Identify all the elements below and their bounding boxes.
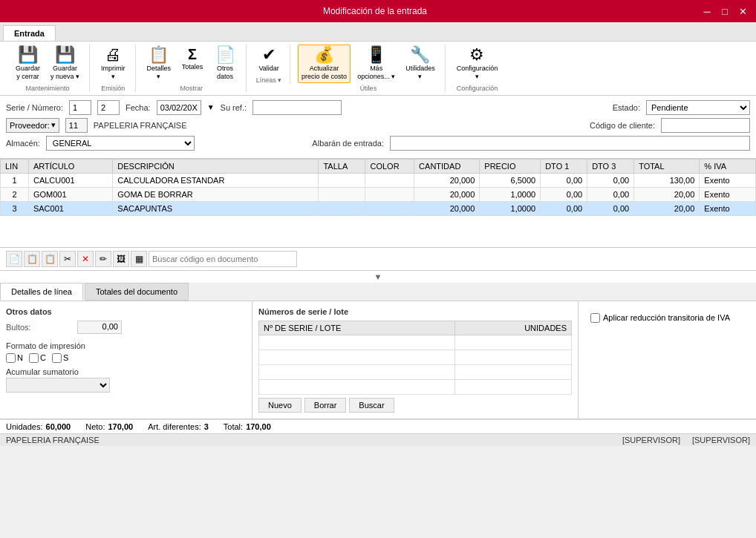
restore-button[interactable]: □ — [717, 4, 732, 19]
serie-input[interactable] — [69, 100, 91, 115]
actualizar-precio-icon: 💰 — [314, 47, 334, 63]
proveedor-label: Proveedor: — [10, 121, 50, 130]
bultos-value[interactable]: 0,00 — [77, 321, 122, 334]
albaran-input[interactable] — [390, 136, 750, 151]
col-lin: LIN — [1, 159, 29, 173]
check-c-label[interactable]: C — [29, 353, 46, 363]
cell-dto1: 0,00 — [541, 173, 587, 187]
table-row[interactable]: 1 CALCU001 CALCULADORA ESTANDAR 20,000 6… — [1, 173, 756, 187]
numero-input[interactable] — [97, 100, 120, 115]
paste-row-button[interactable]: 📋 — [42, 251, 58, 267]
ribbon-validar[interactable]: ✔ Validar — [254, 45, 284, 75]
ribbon-detalles[interactable]: 📋 Detalles▾ — [143, 45, 175, 83]
summary-bar: Unidades: 60,000 Neto: 170,00 Art. difer… — [0, 419, 756, 433]
cell-lin: 3 — [1, 201, 29, 215]
unidades-item: Unidades: 60,000 — [6, 422, 71, 431]
check-c[interactable] — [29, 353, 39, 363]
neto-label: Neto: — [85, 422, 105, 431]
save-close-icon: 💾 — [18, 47, 38, 63]
check-s-label[interactable]: S — [52, 353, 68, 363]
close-button[interactable]: ✕ — [735, 4, 750, 19]
buscar-button[interactable]: Buscar — [349, 398, 394, 413]
cut-row-button[interactable]: ✂ — [59, 251, 76, 267]
tab-detalles-linea[interactable]: Detalles de línea — [0, 283, 83, 301]
add-row-button[interactable]: 📄 — [6, 251, 22, 267]
check-s[interactable] — [52, 353, 62, 363]
window-controls: ─ □ ✕ — [700, 4, 750, 19]
minimize-button[interactable]: ─ — [700, 4, 714, 19]
su-ref-input[interactable] — [252, 100, 342, 115]
art-diferentes-value: 3 — [204, 422, 209, 431]
col-cantidad: CANTIDAD — [414, 159, 480, 173]
check-n[interactable] — [6, 353, 16, 363]
tab-entrada[interactable]: Entrada — [3, 25, 56, 41]
search-input[interactable] — [149, 251, 297, 267]
table-container: LIN ARTÍCULO DESCRIPCIÓN TALLA COLOR CAN… — [0, 159, 756, 248]
image-button[interactable]: 🖼 — [113, 251, 129, 267]
title-bar: Modificación de la entrada ─ □ ✕ — [0, 0, 756, 22]
status-right: [SUPERVISOR] [SUPERVISOR] — [502, 436, 750, 444]
ribbon-mas-opciones[interactable]: 📱 Másopciones... ▾ — [353, 45, 399, 83]
otros-datos-icon: 📄 — [215, 47, 235, 63]
fecha-label: Fecha: — [126, 103, 151, 112]
acumular-sumatorio-select[interactable] — [6, 378, 110, 393]
cell-color — [365, 173, 414, 187]
ribbon-totales[interactable]: Σ Totales — [177, 45, 207, 73]
art-diferentes-item: Art. diferentes: 3 — [148, 422, 209, 431]
lines-table: LIN ARTÍCULO DESCRIPCIÓN TALLA COLOR CAN… — [0, 159, 756, 216]
ribbon-save-close[interactable]: 💾 Guardary cerrar — [12, 45, 44, 83]
serial-col1: Nº DE SERIE / LOTE — [259, 321, 455, 335]
panel-iva: Aplicar reducción transitoria de IVA — [578, 301, 756, 419]
copy-row-button[interactable]: 📋 — [24, 251, 40, 267]
ribbon-group-mantenimiento-label: Mantenimiento — [26, 85, 70, 92]
iva-checkbox[interactable] — [590, 313, 600, 323]
ribbon-otros-datos[interactable]: 📄 Otrosdatos — [210, 45, 240, 83]
edit-button[interactable]: ✏ — [95, 251, 111, 267]
cell-lin: 2 — [1, 187, 29, 201]
utilidades-icon: 🔧 — [410, 47, 430, 63]
ribbon-configuracion[interactable]: ⚙ Configuración▾ — [453, 45, 502, 83]
almacen-select[interactable]: GENERAL — [46, 136, 195, 151]
art-diferentes-label: Art. diferentes: — [148, 422, 201, 431]
proveedor-button[interactable]: Proveedor: ▾ — [6, 118, 59, 133]
ribbon-actualizar-precio[interactable]: 💰 Actualizarprecio de costo — [298, 45, 351, 83]
col-color: COLOR — [365, 159, 414, 173]
estado-select[interactable]: Pendiente — [646, 100, 750, 115]
nuevo-button[interactable]: Nuevo — [258, 398, 302, 413]
ribbon-utilidades[interactable]: 🔧 Utilidades▾ — [402, 45, 439, 83]
tab-totales-documento[interactable]: Totales del documento — [85, 283, 189, 301]
col-descripcion: DESCRIPCIÓN — [113, 159, 319, 173]
table-row[interactable]: 2 GOM001 GOMA DE BORRAR 20,000 1,0000 0,… — [1, 187, 756, 201]
fecha-calendar-icon[interactable]: ▼ — [207, 103, 215, 111]
serial-row-empty3 — [259, 364, 572, 379]
col-dto1: DTO 1 — [541, 159, 587, 173]
col-total: TOTAL — [634, 159, 700, 173]
cell-iva: Exento — [700, 173, 756, 187]
borrar-button[interactable]: Borrar — [304, 398, 347, 413]
cell-dto1: 0,00 — [541, 201, 587, 215]
ribbon-group-mostrar-label: Mostrar — [180, 85, 203, 92]
cell-descripcion: GOMA DE BORRAR — [113, 187, 319, 201]
cell-dto3: 0,00 — [587, 201, 634, 215]
cell-color — [365, 201, 414, 215]
codigo-cliente-input[interactable] — [661, 118, 750, 133]
ribbon-save-new[interactable]: 💾 Guardary nueva ▾ — [47, 45, 83, 83]
barcode-button[interactable]: ▦ — [131, 251, 147, 267]
estado-label: Estado: — [613, 103, 640, 112]
status-bar: PAPELERIA FRANÇAISE [SUPERVISOR] [SUPERV… — [0, 433, 756, 446]
proveedor-num-input[interactable] — [65, 118, 88, 133]
total-label: Total: — [224, 422, 243, 431]
iva-label: Aplicar reducción transitoria de IVA — [603, 313, 730, 322]
check-n-label[interactable]: N — [6, 353, 23, 363]
scroll-indicator[interactable]: ▼ — [0, 271, 756, 283]
delete-row-button[interactable]: ✕ — [77, 251, 94, 267]
ribbon-group-utiles-label: Útiles — [360, 85, 377, 92]
cell-cantidad: 20,000 — [414, 173, 480, 187]
ribbon-print[interactable]: 🖨 Imprimir▾ — [97, 45, 129, 83]
cell-articulo: SAC001 — [28, 201, 112, 215]
ribbon-group-utiles: 💰 Actualizarprecio de costo 📱 Másopcione… — [292, 45, 446, 92]
status-company: PAPELERIA FRANÇAISE — [6, 436, 254, 444]
proveedor-name: PAPELERIA FRANÇAISE — [94, 121, 187, 130]
table-row[interactable]: 3 SAC001 SACAPUNTAS 20,000 1,0000 0,00 0… — [1, 201, 756, 215]
fecha-input[interactable] — [157, 100, 201, 115]
